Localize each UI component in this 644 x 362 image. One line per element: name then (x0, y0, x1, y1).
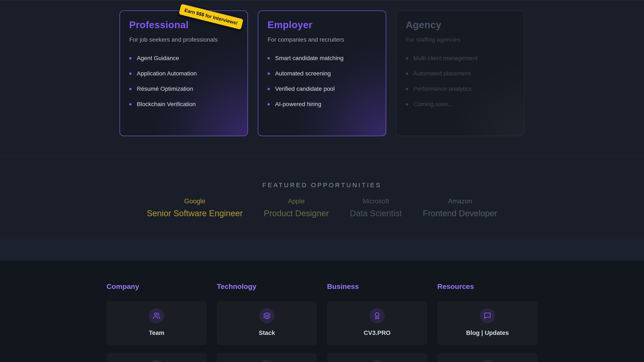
footer-heading: Resources (437, 282, 538, 291)
footer-card-partial[interactable] (217, 353, 317, 362)
footer-heading: Company (106, 282, 207, 291)
plan-feature-label: Multi-client management (413, 55, 478, 62)
job-item-microsoft[interactable]: Microsoft Data Scientist (350, 197, 402, 218)
plan-feature-list: Agent Guidance Application Automation Ré… (129, 55, 238, 108)
footer-column-company: Company Team (106, 261, 207, 362)
footer-card-label: Blog | Updates (466, 329, 509, 336)
job-item-google[interactable]: Google Senior Software Engineer (147, 197, 243, 218)
job-item-apple[interactable]: Apple Product Designer (264, 197, 329, 218)
plan-feature: Smart candidate matching (268, 55, 376, 62)
plan-feature-label: Application Automation (137, 70, 197, 77)
footer-card-cv3pro[interactable]: CV3.PRO (327, 301, 427, 345)
job-company: Apple (264, 197, 329, 205)
plan-feature: Coming soon... (406, 101, 515, 108)
job-company: Google (147, 197, 243, 205)
hidden-icon (370, 360, 385, 362)
job-role: Frontend Developer (423, 208, 497, 218)
featured-opportunities-section: FEATURED OPPORTUNITIES Google Senior Sof… (0, 157, 644, 240)
plan-feature: Automated placement (406, 70, 515, 77)
plan-title: Agency (406, 19, 515, 31)
layers-icon (259, 308, 274, 323)
footer-grid: Company Team Technology (106, 261, 538, 362)
plan-feature-label: Agent Guidance (137, 55, 179, 62)
footer-card-partial[interactable] (106, 353, 207, 362)
plan-feature: Automated screening (268, 70, 376, 77)
plan-feature-label: Automated screening (275, 70, 331, 77)
plan-feature-list: Smart candidate matching Automated scree… (268, 55, 376, 108)
plan-feature: Agent Guidance (129, 55, 238, 62)
footer-column-resources: Resources Blog | Updates (437, 261, 538, 362)
job-company: Microsoft (350, 197, 402, 205)
footer-card-stack[interactable]: Stack (217, 301, 317, 345)
bullet-icon (129, 72, 132, 75)
plan-feature-label: Smart candidate matching (275, 55, 344, 62)
plan-feature: Verified candidate pool (268, 85, 376, 92)
award-icon (370, 308, 385, 323)
featured-jobs-row: Google Senior Software Engineer Apple Pr… (0, 197, 644, 218)
job-company: Amazon (423, 197, 497, 205)
bullet-icon (129, 57, 132, 59)
bullet-icon (268, 88, 270, 90)
footer-heading: Business (327, 282, 427, 291)
plan-cards-row: Professional For job seekers and profess… (120, 10, 524, 136)
plan-feature-list: Multi-client management Automated placem… (406, 55, 515, 108)
footer-column-business: Business CV3.PRO (327, 261, 427, 362)
footer-card-label: Stack (259, 329, 275, 336)
plan-feature: Performance analytics (406, 85, 515, 92)
bullet-icon (406, 103, 408, 105)
bullet-icon (268, 57, 270, 59)
footer-column-technology: Technology Stack (217, 261, 317, 362)
featured-section-title: FEATURED OPPORTUNITIES (0, 181, 644, 189)
users-icon (149, 308, 164, 323)
message-square-icon (480, 308, 495, 323)
job-item-amazon[interactable]: Amazon Frontend Developer (423, 197, 497, 218)
plan-description: For companies and recruiters (268, 36, 376, 43)
plan-feature-label: Résumé Optimization (137, 85, 193, 92)
plan-title: Employer (268, 19, 376, 31)
plan-feature-label: Coming soon... (413, 101, 453, 108)
plan-feature: Résumé Optimization (129, 85, 238, 92)
bullet-icon (268, 72, 270, 75)
footer-card-label: CV3.PRO (364, 329, 390, 336)
bullet-icon (406, 57, 408, 59)
plan-feature-label: Verified candidate pool (275, 85, 335, 92)
plan-card-agency: Agency For staffing agencies Multi-clien… (396, 10, 524, 136)
plan-feature-label: Blockchain Verification (137, 101, 196, 108)
plans-section: Professional For job seekers and profess… (0, 0, 644, 157)
plan-feature: Multi-client management (406, 55, 515, 62)
bullet-icon (129, 103, 132, 105)
bullet-icon (406, 72, 408, 75)
job-role: Senior Software Engineer (147, 208, 243, 218)
footer: Company Team Technology (0, 261, 644, 362)
footer-card-label: Team (149, 329, 164, 336)
plan-card-employer[interactable]: Employer For companies and recruiters Sm… (258, 10, 386, 136)
footer-card-team[interactable]: Team (106, 301, 207, 345)
job-role: Product Designer (264, 208, 329, 218)
plan-feature-label: AI-powered hiring (275, 101, 321, 108)
plan-feature-label: Performance analytics (413, 85, 472, 92)
hidden-icon (149, 360, 164, 362)
footer-card-partial[interactable] (327, 353, 427, 362)
footer-card-partial[interactable] (437, 353, 538, 362)
hidden-icon (259, 360, 274, 362)
hidden-icon (480, 360, 495, 362)
plan-description: For staffing agencies (406, 36, 515, 43)
empty-band-section (0, 240, 644, 261)
plan-feature: Application Automation (129, 70, 238, 77)
job-role: Data Scientist (350, 208, 402, 218)
plan-description: For job seekers and professionals (129, 36, 238, 43)
bullet-icon (268, 103, 270, 105)
footer-heading: Technology (217, 282, 317, 291)
footer-card-blog-updates[interactable]: Blog | Updates (437, 301, 538, 345)
plan-feature-label: Automated placement (413, 70, 470, 77)
plan-card-professional[interactable]: Professional For job seekers and profess… (120, 10, 248, 136)
plan-feature: Blockchain Verification (129, 101, 238, 108)
bullet-icon (406, 88, 408, 90)
bullet-icon (129, 88, 132, 90)
plan-feature: AI-powered hiring (268, 101, 376, 108)
